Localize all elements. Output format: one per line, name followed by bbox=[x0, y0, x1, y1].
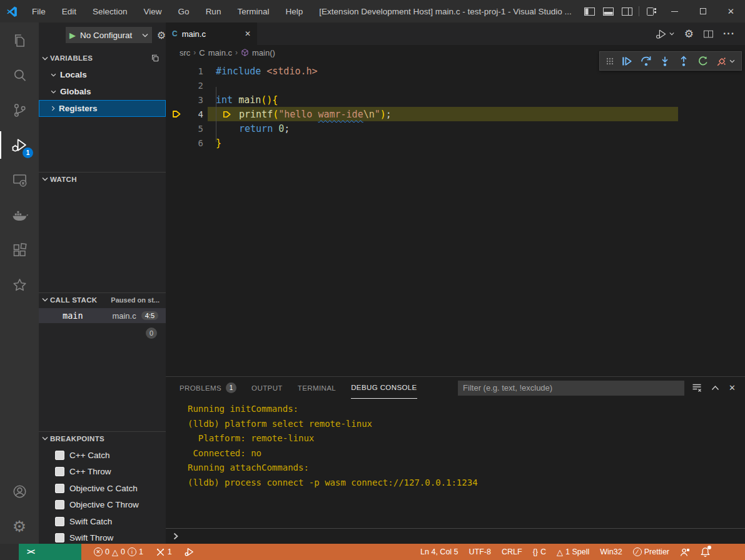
menu-selection[interactable]: Selection bbox=[84, 0, 136, 22]
toggle-sidebar-icon[interactable] bbox=[580, 0, 599, 22]
menu-help[interactable]: Help bbox=[277, 0, 311, 22]
menu-view[interactable]: View bbox=[136, 0, 170, 22]
debug-config-dropdown[interactable]: ▶ No Configurat bbox=[66, 27, 152, 43]
tab-debug-console[interactable]: DEBUG CONSOLE bbox=[351, 377, 417, 399]
menu-file[interactable]: File bbox=[24, 0, 54, 22]
chevron-right-icon bbox=[51, 106, 55, 111]
minimize-button[interactable] bbox=[661, 0, 689, 22]
stack-frame-row[interactable]: main main.c 4:5 bbox=[39, 308, 166, 323]
problems-status[interactable]: ✕0 △0 i1 bbox=[94, 548, 143, 557]
breakpoint-objc-throw[interactable]: Objective C Throw bbox=[39, 496, 166, 512]
tab-output[interactable]: OUTPUT bbox=[251, 377, 283, 399]
window-title: [Extension Development Host] main.c - te… bbox=[311, 7, 580, 16]
checkbox[interactable] bbox=[55, 451, 64, 460]
chevron-down-icon bbox=[42, 436, 48, 441]
remote-explorer-icon[interactable] bbox=[0, 162, 39, 198]
cursor-position[interactable]: Ln 4, Col 5 bbox=[420, 548, 458, 556]
restart-icon[interactable] bbox=[697, 56, 709, 67]
eol-indicator[interactable]: CRLF bbox=[502, 548, 522, 556]
breadcrumb-src[interactable]: src bbox=[180, 48, 190, 58]
extensions-icon[interactable] bbox=[0, 232, 39, 268]
settings-gear-icon[interactable]: ⚙ bbox=[0, 509, 39, 544]
language-mode[interactable]: {} C bbox=[533, 548, 546, 556]
console-line: (lldb) platform select remote-linux bbox=[188, 419, 745, 434]
breakpoint-cpp-throw[interactable]: C++ Throw bbox=[39, 463, 166, 479]
copy-value-icon[interactable] bbox=[151, 54, 160, 62]
checkbox[interactable] bbox=[55, 517, 64, 526]
spell-status[interactable]: △ 1 Spell bbox=[557, 548, 589, 557]
explorer-icon[interactable] bbox=[0, 22, 39, 58]
clear-console-icon[interactable] bbox=[692, 383, 702, 392]
remote-indicator[interactable]: >< bbox=[19, 544, 81, 560]
breakpoint-swift-catch[interactable]: Swift Catch bbox=[39, 513, 166, 529]
start-debug-icon[interactable]: ▶ bbox=[69, 31, 76, 40]
maximize-panel-icon[interactable] bbox=[711, 385, 719, 391]
watch-section-header[interactable]: WATCH bbox=[39, 172, 166, 186]
checkbox[interactable] bbox=[55, 500, 64, 509]
gear-icon[interactable]: ⚙ bbox=[684, 29, 694, 39]
launch-config-gear-icon[interactable]: ⚙ bbox=[157, 29, 166, 41]
disconnect-icon[interactable] bbox=[716, 56, 735, 67]
debug-status-icon[interactable] bbox=[185, 547, 195, 557]
thread-row[interactable]: 0 bbox=[39, 326, 166, 341]
variables-locals-row[interactable]: Locals bbox=[39, 66, 166, 83]
continue-icon[interactable] bbox=[621, 56, 632, 67]
docker-icon[interactable] bbox=[0, 198, 39, 232]
source-control-icon[interactable] bbox=[0, 92, 39, 128]
formatter-status[interactable]: ∕ Prettier bbox=[633, 548, 669, 556]
tools-status[interactable]: 1 bbox=[156, 548, 172, 557]
checkbox[interactable] bbox=[55, 467, 64, 476]
bottom-panel: PROBLEMS 1 OUTPUT TERMINAL DEBUG CONSOLE… bbox=[166, 376, 745, 544]
checkbox[interactable] bbox=[55, 533, 64, 542]
breakpoints-section-header[interactable]: BREAKPOINTS bbox=[39, 431, 166, 445]
code-line-6: 6 } bbox=[166, 136, 745, 150]
breadcrumb-symbol[interactable]: main() bbox=[252, 48, 275, 58]
step-over-icon[interactable] bbox=[641, 56, 652, 67]
tab-main-c[interactable]: C main.c ✕ bbox=[166, 22, 257, 45]
close-panel-icon[interactable]: ✕ bbox=[729, 383, 736, 392]
checkbox[interactable] bbox=[55, 484, 64, 493]
more-actions-icon[interactable]: ··· bbox=[723, 28, 735, 39]
step-out-icon[interactable] bbox=[678, 56, 689, 67]
menu-run[interactable]: Run bbox=[198, 0, 230, 22]
variables-registers-row[interactable]: Registers bbox=[39, 100, 166, 117]
toggle-panel-icon[interactable] bbox=[599, 0, 617, 22]
breadcrumb-file[interactable]: main.c bbox=[208, 48, 232, 58]
tab-terminal[interactable]: TERMINAL bbox=[298, 377, 336, 399]
toggle-secondary-sidebar-icon[interactable] bbox=[617, 0, 636, 22]
encoding-indicator[interactable]: UTF-8 bbox=[469, 548, 491, 556]
feedback-icon[interactable] bbox=[680, 548, 690, 557]
run-debug-icon[interactable]: 1 bbox=[0, 128, 39, 162]
callstack-section-header[interactable]: CALL STACK Paused on st... bbox=[39, 292, 166, 306]
execution-pointer-icon[interactable] bbox=[166, 109, 187, 119]
close-tab-icon[interactable]: ✕ bbox=[245, 29, 251, 38]
debug-console-input[interactable] bbox=[166, 528, 745, 544]
console-filter-input[interactable] bbox=[458, 381, 684, 396]
variables-globals-row[interactable]: Globals bbox=[39, 83, 166, 100]
menu-go[interactable]: Go bbox=[170, 0, 198, 22]
menu-edit[interactable]: Edit bbox=[54, 0, 84, 22]
platform-indicator[interactable]: Win32 bbox=[600, 548, 622, 556]
titlebar-controls: ✕ bbox=[580, 0, 745, 22]
bell-icon[interactable] bbox=[701, 547, 710, 557]
step-into-icon[interactable] bbox=[659, 56, 671, 67]
maximize-button[interactable] bbox=[689, 0, 717, 22]
breakpoint-swift-throw[interactable]: Swift Throw bbox=[39, 529, 166, 546]
variables-section-header[interactable]: VARIABLES bbox=[39, 51, 166, 65]
customize-layout-icon[interactable] bbox=[642, 0, 661, 22]
breakpoint-objc-catch[interactable]: Objective C Catch bbox=[39, 480, 166, 496]
c-file-icon: C bbox=[199, 48, 205, 58]
code-editor[interactable]: 1 #include <stdio.h> 2 3 int main(){ 4 bbox=[166, 60, 745, 376]
account-icon[interactable] bbox=[0, 474, 39, 509]
warning-icon: △ bbox=[112, 548, 118, 557]
breakpoint-cpp-catch[interactable]: C++ Catch bbox=[39, 447, 166, 463]
close-window-button[interactable]: ✕ bbox=[717, 0, 745, 22]
star-icon[interactable] bbox=[0, 268, 39, 302]
split-editor-icon[interactable] bbox=[704, 30, 713, 38]
search-icon[interactable] bbox=[0, 58, 39, 92]
gripper-icon[interactable] bbox=[606, 58, 614, 65]
run-or-debug-icon[interactable] bbox=[656, 29, 674, 39]
menu-terminal[interactable]: Terminal bbox=[229, 0, 277, 22]
run-debug-sidebar: ▶ No Configurat ⚙ VARIABLES Locals Globa… bbox=[39, 22, 166, 544]
tab-problems[interactable]: PROBLEMS 1 bbox=[180, 377, 236, 399]
